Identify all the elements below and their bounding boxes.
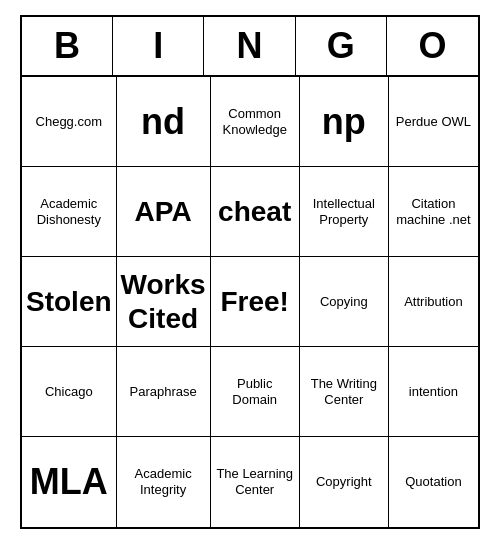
bingo-cell-16[interactable]: Paraphrase bbox=[117, 347, 211, 437]
header-letter-G: G bbox=[296, 17, 387, 75]
bingo-header: BINGO bbox=[22, 17, 478, 77]
bingo-cell-12[interactable]: Free! bbox=[211, 257, 300, 347]
bingo-cell-19[interactable]: intention bbox=[389, 347, 478, 437]
bingo-cell-3[interactable]: np bbox=[300, 77, 389, 167]
bingo-cell-23[interactable]: Copyright bbox=[300, 437, 389, 527]
bingo-cell-18[interactable]: The Writing Center bbox=[300, 347, 389, 437]
bingo-cell-6[interactable]: APA bbox=[117, 167, 211, 257]
bingo-cell-2[interactable]: Common Knowledge bbox=[211, 77, 300, 167]
bingo-cell-17[interactable]: Public Domain bbox=[211, 347, 300, 437]
bingo-cell-20[interactable]: MLA bbox=[22, 437, 117, 527]
bingo-cell-5[interactable]: Academic Dishonesty bbox=[22, 167, 117, 257]
bingo-cell-0[interactable]: Chegg.com bbox=[22, 77, 117, 167]
header-letter-O: O bbox=[387, 17, 478, 75]
bingo-cell-24[interactable]: Quotation bbox=[389, 437, 478, 527]
bingo-cell-1[interactable]: nd bbox=[117, 77, 211, 167]
header-letter-N: N bbox=[204, 17, 295, 75]
bingo-cell-15[interactable]: Chicago bbox=[22, 347, 117, 437]
bingo-cell-21[interactable]: Academic Integrity bbox=[117, 437, 211, 527]
bingo-grid: Chegg.comndCommon KnowledgenpPerdue OWLA… bbox=[22, 77, 478, 527]
bingo-cell-7[interactable]: cheat bbox=[211, 167, 300, 257]
bingo-cell-9[interactable]: Citation machine .net bbox=[389, 167, 478, 257]
header-letter-B: B bbox=[22, 17, 113, 75]
bingo-cell-10[interactable]: Stolen bbox=[22, 257, 117, 347]
bingo-cell-11[interactable]: Works Cited bbox=[117, 257, 211, 347]
bingo-cell-14[interactable]: Attribution bbox=[389, 257, 478, 347]
bingo-cell-13[interactable]: Copying bbox=[300, 257, 389, 347]
bingo-card: BINGO Chegg.comndCommon KnowledgenpPerdu… bbox=[20, 15, 480, 529]
bingo-cell-22[interactable]: The Learning Center bbox=[211, 437, 300, 527]
bingo-cell-4[interactable]: Perdue OWL bbox=[389, 77, 478, 167]
header-letter-I: I bbox=[113, 17, 204, 75]
bingo-cell-8[interactable]: Intellectual Property bbox=[300, 167, 389, 257]
